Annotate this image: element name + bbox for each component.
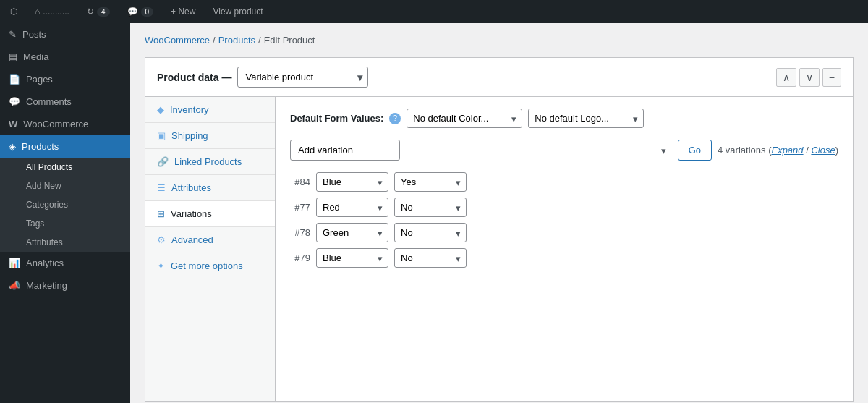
variation-id: #79 (290, 253, 310, 263)
new-button[interactable]: + New (166, 0, 200, 23)
sidebar-item-woocommerce[interactable]: W WooCommerce (0, 113, 130, 135)
expand-down-button[interactable]: ∨ (799, 68, 820, 87)
admin-bar: ⬡ ⌂ ........... ↻ 4 💬 0 + New View produ… (0, 0, 868, 23)
breadcrumb-separator2: / (258, 35, 261, 46)
variation-status-78[interactable]: No Yes (394, 223, 467, 242)
sidebar-item-label: WooCommerce (23, 119, 88, 130)
breadcrumb: WooCommerce / Products / Edit Product (145, 35, 854, 46)
variation-status-wrapper-79: No Yes (394, 248, 467, 268)
product-data-title: Product data — Variable product Simple p… (157, 67, 368, 88)
sidebar-item-label: Analytics (26, 258, 64, 268)
help-icon[interactable]: ? (389, 113, 401, 124)
marketing-icon: 📣 (9, 280, 20, 291)
sidebar-item-categories[interactable]: Categories (9, 195, 130, 214)
sidebar-item-all-products[interactable]: All Products (9, 158, 130, 177)
sidebar-item-marketing[interactable]: 📣 Marketing (0, 274, 130, 297)
variation-color-84[interactable]: Blue RedGreen (316, 172, 388, 192)
variation-status-wrapper-84: Yes No (394, 172, 467, 192)
main-content: WooCommerce / Products / Edit Product Pr… (130, 0, 868, 403)
star-icon: ✦ (157, 260, 165, 271)
wp-logo[interactable]: ⬡ (6, 0, 22, 23)
sidebar-item-products[interactable]: ◈ Products (0, 135, 130, 158)
variation-id: #84 (290, 177, 310, 187)
sidebar-item-label: Comments (26, 96, 72, 107)
nav-label: Advanced (171, 234, 213, 245)
logo-dropdown[interactable]: No default Logo... (528, 109, 644, 128)
nav-item-variations[interactable]: ⊞ Variations (145, 201, 275, 227)
close-link[interactable]: Close (811, 145, 835, 156)
go-button[interactable]: Go (678, 140, 712, 161)
nav-label: Inventory (170, 104, 208, 115)
nav-item-shipping[interactable]: ▣ Shipping (145, 123, 275, 149)
default-form-values-row: Default Form Values: ? No default Color.… (290, 109, 838, 128)
sidebar-item-label: Products (22, 141, 59, 152)
sidebar-item-analytics[interactable]: 📊 Analytics (0, 252, 130, 274)
sidebar-item-attributes[interactable]: Attributes (9, 233, 130, 252)
variation-color-78[interactable]: Green BlueRed (316, 223, 388, 242)
add-variation-wrapper: Add variation Add all variations Default… (290, 140, 672, 161)
comments-icon: 💬 (9, 96, 20, 107)
sidebar-item-label: Marketing (26, 280, 67, 291)
pages-icon: 📄 (9, 74, 20, 85)
variation-status-84[interactable]: Yes No (394, 172, 467, 192)
header-controls: ∧ ∨ − (776, 68, 841, 87)
sidebar-item-add-new[interactable]: Add New (9, 177, 130, 195)
variation-row-79: #79 Blue RedGreen No Yes (290, 248, 838, 268)
product-data-header: Product data — Variable product Simple p… (145, 58, 853, 97)
products-submenu: All Products Add New Categories Tags Att… (0, 158, 130, 252)
variation-status-77[interactable]: No Yes (394, 198, 467, 217)
nav-label: Shipping (171, 130, 208, 141)
variation-color-79[interactable]: Blue RedGreen (316, 248, 388, 268)
nav-item-inventory[interactable]: ◆ Inventory (145, 97, 275, 123)
diamond-icon: ◆ (157, 104, 164, 115)
analytics-icon: 📊 (9, 258, 20, 268)
nav-item-get-more-options[interactable]: ✦ Get more options (145, 253, 275, 279)
grid-icon: ⊞ (157, 208, 165, 219)
breadcrumb-current: Edit Product (264, 35, 315, 46)
updates-link[interactable]: ↻ 4 (82, 0, 114, 23)
variation-count: 4 variations (Expand / Close) (718, 145, 838, 156)
home-link[interactable]: ⌂ ........... (30, 0, 74, 23)
color-dropdown[interactable]: No default Color... (407, 109, 522, 128)
collapse-button[interactable]: − (822, 68, 841, 87)
breadcrumb-products[interactable]: Products (218, 35, 255, 46)
variation-id: #77 (290, 202, 310, 213)
comment-icon: 💬 (127, 7, 138, 17)
sidebar-item-posts[interactable]: ✎ Posts (0, 23, 130, 46)
variation-color-wrapper-78: Green BlueRed (316, 223, 388, 242)
product-type-wrapper: Variable product Simple product Grouped … (237, 67, 368, 88)
breadcrumb-woocommerce[interactable]: WooCommerce (145, 35, 210, 46)
variation-row-78: #78 Green BlueRed No Yes (290, 223, 838, 242)
product-data-body: ◆ Inventory ▣ Shipping 🔗 Linked Products… (145, 97, 853, 401)
product-data-label: Product data — (157, 72, 231, 83)
woocommerce-icon: W (9, 119, 17, 130)
variation-color-wrapper-79: Blue RedGreen (316, 248, 388, 268)
variation-row-84: #84 Blue RedGreen Yes No (290, 172, 838, 192)
sidebar-item-pages[interactable]: 📄 Pages (0, 68, 130, 90)
variation-color-wrapper-77: Red BlueGreen (316, 198, 388, 217)
sidebar-item-comments[interactable]: 💬 Comments (0, 90, 130, 113)
nav-label: Linked Products (174, 156, 242, 167)
nav-item-advanced[interactable]: ⚙ Advanced (145, 227, 275, 253)
add-variation-select[interactable]: Add variation Add all variations Default… (290, 140, 400, 161)
nav-item-attributes[interactable]: ☰ Attributes (145, 175, 275, 201)
logo-dropdown-wrapper: No default Logo... (528, 109, 644, 128)
add-variation-row: Add variation Add all variations Default… (290, 140, 838, 161)
expand-up-button[interactable]: ∧ (776, 68, 796, 87)
variation-status-79[interactable]: No Yes (394, 248, 467, 268)
view-product-link[interactable]: View product (208, 0, 267, 23)
product-data-panel: Product data — Variable product Simple p… (145, 57, 854, 402)
products-icon: ◈ (9, 141, 16, 152)
posts-icon: ✎ (9, 29, 17, 40)
breadcrumb-separator1: / (213, 35, 216, 46)
sidebar-item-media[interactable]: ▤ Media (0, 46, 130, 68)
expand-link[interactable]: Expand (771, 145, 803, 156)
sidebar-item-tags[interactable]: Tags (9, 214, 130, 233)
updates-count: 4 (97, 7, 110, 17)
variations-content: Default Form Values: ? No default Color.… (276, 97, 853, 401)
variation-row-77: #77 Red BlueGreen No Yes (290, 198, 838, 217)
product-type-select[interactable]: Variable product Simple product Grouped … (237, 67, 368, 88)
comments-link[interactable]: 💬 0 (123, 0, 158, 23)
nav-item-linked-products[interactable]: 🔗 Linked Products (145, 149, 275, 175)
variation-color-77[interactable]: Red BlueGreen (316, 198, 388, 217)
